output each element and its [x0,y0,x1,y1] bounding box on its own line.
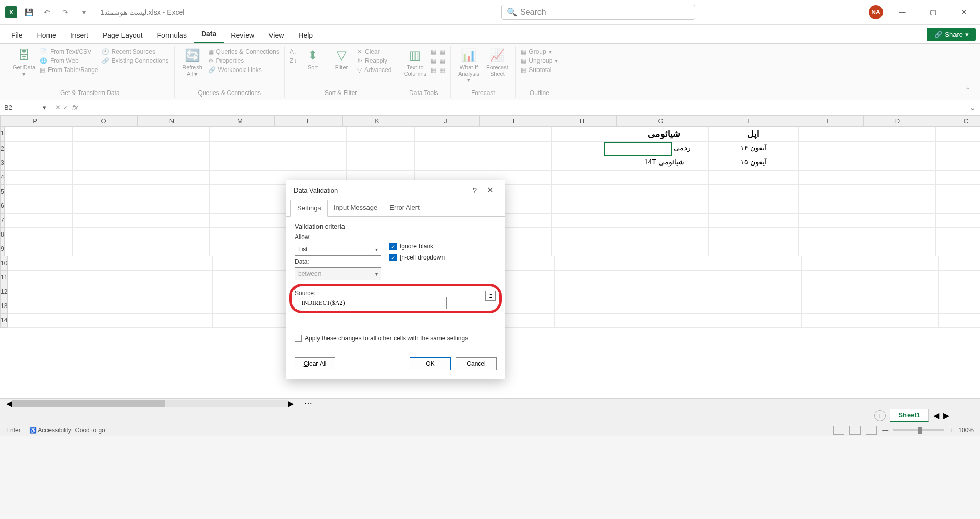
cell-M6[interactable] [210,199,278,214]
cell-C13[interactable] [939,299,980,314]
row-header[interactable]: 8 [0,228,5,242]
cell-O8[interactable] [73,228,141,242]
consolidate[interactable]: ▦ [439,48,445,55]
cell-M3[interactable] [210,156,278,171]
cell-F1[interactable]: اپل [709,127,799,142]
cell-E2[interactable] [799,142,867,156]
cell-J3[interactable] [415,156,483,171]
user-avatar[interactable]: NA [869,5,883,19]
cell-H12[interactable] [555,285,623,299]
page-break-view-icon[interactable] [866,426,877,435]
cell-M14[interactable] [213,314,281,328]
cell-L3[interactable] [278,156,347,171]
zoom-in-icon[interactable]: + [949,427,953,434]
row-header[interactable]: 10 [0,256,8,271]
clear-all-button[interactable]: Clear All [295,357,335,370]
qat-more-icon[interactable]: ▾ [77,5,91,19]
cell-E7[interactable] [799,214,867,228]
cell-D14[interactable] [870,314,939,328]
source-input[interactable] [295,297,447,309]
cell-D7[interactable] [867,214,936,228]
cell-P7[interactable] [5,214,73,228]
col-header-H[interactable]: H [548,115,617,127]
cell-D11[interactable] [870,271,939,285]
row-header[interactable]: 13 [0,299,8,314]
cell-G8[interactable] [620,228,709,242]
cell-E1[interactable] [799,127,867,142]
zoom-slider[interactable] [893,429,944,431]
cell-D8[interactable] [867,228,936,242]
cell-H11[interactable] [555,271,623,285]
advanced-filter[interactable]: ▽ Advanced [357,66,391,74]
cell-N2[interactable] [141,142,210,156]
sort-az[interactable]: A↓ [290,48,297,55]
cell-G11[interactable] [623,271,712,285]
name-box[interactable]: B2▾ [0,102,51,113]
cell-G5[interactable] [620,185,709,199]
cell-P6[interactable] [5,199,73,214]
relationships[interactable]: ▦ [439,57,445,64]
cell-C3[interactable] [936,156,980,171]
cell-F4[interactable] [709,171,799,185]
cell-P11[interactable] [8,271,76,285]
from-table-range[interactable]: ▦ From Table/Range [40,66,99,74]
cell-E14[interactable] [802,314,870,328]
row-header[interactable]: 11 [0,271,8,285]
cell-C11[interactable] [939,271,980,285]
cell-N13[interactable] [144,299,213,314]
tab-nav-left-icon[interactable]: ◀ [933,411,939,420]
row-header[interactable]: 6 [0,199,5,214]
cell-H2[interactable] [552,142,620,156]
data-validation[interactable]: ▦ [431,66,436,74]
col-header-G[interactable]: G [617,115,705,127]
cell-G12[interactable] [623,285,712,299]
cell-P2[interactable] [5,142,73,156]
zoom-level[interactable]: 100% [958,427,974,434]
cell-E13[interactable] [802,299,870,314]
redo-icon[interactable]: ↷ [58,5,72,19]
clear-filter[interactable]: ✕ Clear [357,48,391,55]
cell-N5[interactable] [141,185,210,199]
row-header[interactable]: 12 [0,285,8,299]
subtotal-button[interactable]: ▦ Subtotal [521,66,558,74]
cell-N10[interactable] [144,256,213,271]
cell-M11[interactable] [213,271,281,285]
cell-M2[interactable] [210,142,278,156]
cell-D10[interactable] [870,256,939,271]
expand-formula-icon[interactable]: ⌄ [965,103,980,112]
cell-C1[interactable] [936,127,980,142]
cell-G9[interactable] [620,242,709,256]
cell-O12[interactable] [76,285,144,299]
cell-N14[interactable] [144,314,213,328]
incell-dropdown-checkbox[interactable]: ✓In-cell dropdown [389,254,445,261]
workbook-links[interactable]: 🔗 Workbook Links [208,66,279,74]
cell-O13[interactable] [76,299,144,314]
cell-H8[interactable] [552,228,620,242]
cell-P10[interactable] [8,256,76,271]
cell-E10[interactable] [802,256,870,271]
page-layout-view-icon[interactable] [849,426,861,435]
cell-H7[interactable] [552,214,620,228]
menu-home[interactable]: Home [30,27,63,43]
cell-D12[interactable] [870,285,939,299]
collapse-ribbon-icon[interactable]: ⌃ [962,83,974,98]
cell-F14[interactable] [712,314,802,328]
cell-D5[interactable] [867,185,936,199]
ungroup-button[interactable]: ▦ Ungroup ▾ [521,57,558,64]
cell-N3[interactable] [141,156,210,171]
dialog-close-icon[interactable]: ✕ [482,185,498,195]
col-header-M[interactable]: M [206,115,275,127]
cell-C6[interactable] [936,199,980,214]
col-header-N[interactable]: N [138,115,206,127]
cell-C8[interactable] [936,228,980,242]
cell-E4[interactable] [799,171,867,185]
col-header-F[interactable]: F [705,115,795,127]
cell-I2[interactable] [483,142,552,156]
col-header-I[interactable]: I [480,115,548,127]
reapply-filter[interactable]: ↻ Reapply [357,57,391,64]
cell-F9[interactable] [709,242,799,256]
cell-N11[interactable] [144,271,213,285]
cell-F5[interactable] [709,185,799,199]
cell-P9[interactable] [5,242,73,256]
cell-E5[interactable] [799,185,867,199]
